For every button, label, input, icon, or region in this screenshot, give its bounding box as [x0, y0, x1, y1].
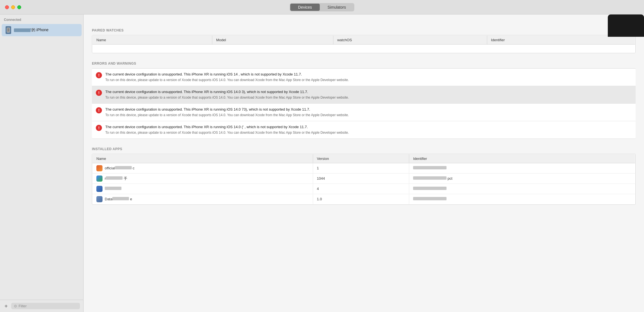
app-name: official c	[105, 166, 135, 170]
paired-watches-table-wrap: Name Model watchOS Identifier	[92, 35, 636, 53]
paired-watches-header: PAIRED WATCHES	[92, 28, 636, 32]
error-title: The current device configuration is unsu…	[105, 89, 632, 94]
redacted-identifier	[413, 187, 447, 190]
app-icon	[96, 165, 103, 171]
app-identifier: pct	[409, 173, 635, 184]
app-name: Data e	[105, 197, 132, 201]
content-area: PAIRED WATCHES Name Model watchOS Identi…	[84, 14, 644, 312]
app-identifier	[409, 184, 635, 194]
close-button[interactable]	[5, 5, 9, 9]
filter-label: Filter	[19, 304, 27, 308]
redacted-identifier	[413, 176, 447, 180]
paired-watches-table: Name Model watchOS Identifier	[92, 35, 635, 53]
error-icon: !	[96, 72, 102, 78]
col-name: Name	[92, 36, 212, 45]
app-version: 1.0	[313, 194, 409, 204]
app-name-cell: official c	[92, 163, 313, 173]
error-item: ! The current device configuration is un…	[92, 104, 636, 121]
errors-section: ERRORS AND WARNINGS ! The current device…	[92, 62, 636, 139]
installed-apps-table-wrap: Name Version Identifier official c1r 手10…	[92, 154, 636, 205]
app-name-cell	[92, 184, 313, 194]
installed-apps-table: Name Version Identifier official c1r 手10…	[92, 154, 635, 204]
error-item: ! The current device configuration is un…	[92, 86, 636, 104]
app-version: 1044	[313, 173, 409, 184]
traffic-lights	[5, 5, 21, 9]
error-title: The current device configuration is unsu…	[105, 125, 632, 130]
installed-apps-header: INSTALLED APPS	[92, 147, 636, 151]
error-icon: !	[96, 125, 102, 131]
view-switcher: Devices Simulators	[290, 3, 354, 11]
redacted-identifier	[413, 197, 447, 200]
maximize-button[interactable]	[17, 5, 21, 9]
errors-list: ! The current device configuration is un…	[92, 68, 636, 139]
redacted-name	[105, 187, 121, 190]
col-model: Model	[212, 36, 333, 45]
simulators-tab[interactable]: Simulators	[320, 4, 354, 11]
error-item: ! The current device configuration is un…	[92, 121, 636, 139]
error-desc: To run on this device, please update to …	[105, 130, 632, 135]
devices-tab[interactable]: Devices	[290, 4, 320, 11]
app-identifier	[409, 163, 635, 173]
app-icon	[96, 186, 103, 192]
errors-header: ERRORS AND WARNINGS	[92, 62, 636, 65]
add-device-button[interactable]: +	[3, 303, 9, 309]
device-icon	[6, 26, 11, 34]
table-row[interactable]: Data e1.0	[92, 194, 635, 204]
apps-col-name: Name	[92, 154, 313, 163]
connected-label: Connected	[0, 14, 83, 23]
error-content: The current device configuration is unsu…	[105, 125, 632, 135]
error-icon: !	[96, 107, 102, 113]
error-title: The current device configuration is unsu…	[105, 107, 632, 112]
sidebar-bottom: + ⊙ Filter	[0, 300, 83, 312]
app-version: 1	[313, 163, 409, 173]
filter-field[interactable]: ⊙ Filter	[11, 303, 80, 309]
error-title: The current device configuration is unsu…	[105, 72, 632, 77]
app-name: r 手	[105, 176, 127, 181]
table-row[interactable]: official c1	[92, 163, 635, 173]
redacted-name	[112, 197, 129, 200]
redacted-name	[106, 176, 123, 180]
apps-col-identifier: Identifier	[409, 154, 635, 163]
app-name	[105, 187, 121, 191]
app-icon	[96, 176, 103, 182]
apps-col-version: Version	[313, 154, 409, 163]
error-item: ! The current device configuration is un…	[92, 68, 636, 86]
error-desc: To run on this device, please update to …	[105, 95, 632, 100]
redacted-identifier	[413, 166, 447, 169]
content-inner: PAIRED WATCHES Name Model watchOS Identi…	[84, 14, 644, 210]
table-row[interactable]: 4	[92, 184, 635, 194]
svg-point-1	[8, 31, 9, 32]
app-icon	[96, 196, 103, 202]
app-name-cell: Data e	[92, 194, 313, 204]
error-content: The current device configuration is unsu…	[105, 107, 632, 118]
device-item[interactable]: '的 iPhone	[2, 24, 82, 36]
col-watchos: watchOS	[333, 36, 487, 45]
filter-icon: ⊙	[14, 304, 17, 308]
error-icon: !	[96, 90, 102, 96]
redacted-name	[115, 166, 132, 169]
error-content: The current device configuration is unsu…	[105, 89, 632, 100]
installed-apps-section: INSTALLED APPS Name Version Identifier o…	[92, 147, 636, 205]
minimize-button[interactable]	[11, 5, 15, 9]
app-identifier	[409, 194, 635, 204]
main-layout: Connected '的 iPhone + ⊙ Filter	[0, 14, 644, 312]
error-content: The current device configuration is unsu…	[105, 72, 632, 82]
device-name: '的 iPhone	[14, 28, 48, 33]
sidebar: Connected '的 iPhone + ⊙ Filter	[0, 14, 84, 312]
device-image	[608, 14, 644, 37]
paired-watches-section: PAIRED WATCHES Name Model watchOS Identi…	[92, 28, 636, 53]
col-identifier: Identifier	[487, 36, 635, 45]
error-desc: To run on this device, please update to …	[105, 78, 632, 82]
titlebar: Devices Simulators	[0, 0, 644, 14]
app-name-cell: r 手	[92, 173, 313, 184]
table-row[interactable]: r 手1044 pct	[92, 173, 635, 184]
error-desc: To run on this device, please update to …	[105, 113, 632, 118]
app-version: 4	[313, 184, 409, 194]
